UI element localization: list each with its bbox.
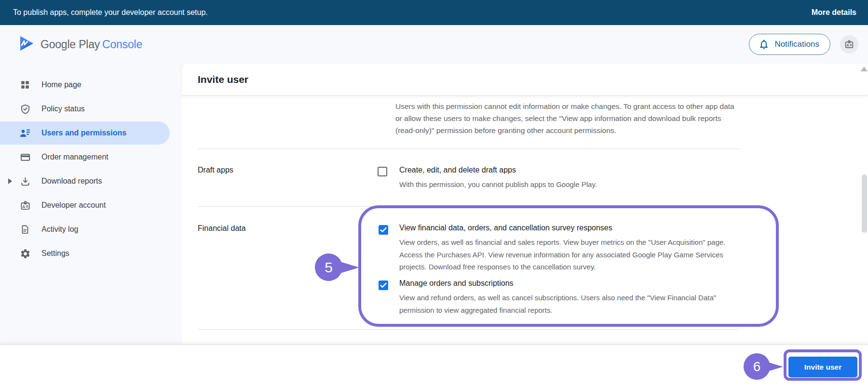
sidebar-item-activity-log[interactable]: Activity log: [0, 218, 178, 241]
bell-icon: [758, 39, 770, 50]
sidebar-item-download-reports[interactable]: Download reports: [0, 170, 178, 193]
checkbox-draft-apps[interactable]: [378, 167, 387, 176]
checkbox-view-financial-data[interactable]: [379, 225, 388, 235]
sidebar-item-users-and-permissions[interactable]: Users and permissions: [0, 121, 170, 145]
check-icon: [380, 227, 387, 233]
invite-user-button[interactable]: Invite user: [788, 357, 857, 377]
notifications-button[interactable]: Notifications: [749, 34, 830, 55]
annotation-step-5-marker: 5: [315, 254, 360, 281]
id-badge-icon: [844, 39, 854, 50]
sidebar-item-label: Policy status: [41, 105, 85, 113]
notifications-label: Notifications: [774, 40, 819, 49]
sidebar-item-settings[interactable]: Settings: [0, 242, 178, 265]
footer-bar: [0, 345, 868, 387]
permission-intro-text: Users with this permission cannot edit i…: [395, 100, 740, 136]
sidebar-item-policy-status[interactable]: Policy status: [0, 97, 178, 120]
option-title[interactable]: View financial data, orders, and cancell…: [399, 224, 612, 232]
grid-icon: [19, 79, 31, 91]
users-icon: [19, 127, 31, 139]
download-icon: [19, 175, 31, 187]
panel-header: Invite user: [182, 64, 868, 95]
option-description: View and refund orders, as well as cance…: [399, 292, 735, 316]
developer-account-button[interactable]: [840, 35, 858, 53]
logo-suffix: Console: [102, 38, 142, 51]
section-divider: [198, 206, 739, 207]
gear-icon: [19, 248, 31, 259]
sidebar-nav: Home page Policy status U: [0, 73, 178, 266]
setup-banner: To publish apps, complete your developer…: [0, 0, 868, 25]
app-header: Google PlayConsole Notifications: [0, 25, 868, 64]
scroll-up-arrow[interactable]: [861, 67, 868, 71]
marker-pointer: [327, 258, 359, 277]
sidebar-item-label: Users and permissions: [41, 129, 126, 137]
section-label-financial-data: Financial data: [198, 224, 246, 233]
option-description: View orders, as well as financial and sa…: [399, 236, 735, 273]
header-actions: Notifications: [749, 34, 858, 55]
sidebar-item-label: Order management: [41, 153, 108, 161]
option-title[interactable]: Create, edit, and delete draft apps: [399, 166, 516, 174]
section-divider: [198, 329, 739, 330]
check-icon: [380, 282, 387, 288]
option-title[interactable]: Manage orders and subscriptions: [399, 279, 514, 288]
marker-number: 5: [315, 254, 342, 281]
sidebar-item-label: Home page: [41, 80, 81, 89]
sidebar-item-developer-account[interactable]: Developer account: [0, 194, 178, 217]
play-console-app: To publish apps, complete your developer…: [0, 0, 868, 387]
sidebar-item-order-management[interactable]: Order management: [0, 146, 178, 169]
sidebar-item-label: Download reports: [41, 177, 102, 186]
logo-wordmark: Google PlayConsole: [41, 38, 142, 51]
sidebar-item-label: Settings: [41, 249, 69, 258]
sidebar-item-label: Activity log: [41, 225, 78, 234]
expand-caret-icon[interactable]: [8, 178, 12, 184]
page-title: Invite user: [198, 74, 248, 85]
id-badge-icon: [19, 200, 31, 211]
sidebar-item-label: Developer account: [41, 201, 106, 210]
shield-check-icon: [19, 103, 31, 115]
more-details-link[interactable]: More details: [812, 8, 856, 17]
credit-card-icon: [19, 151, 31, 163]
checkbox-manage-orders[interactable]: [379, 280, 388, 290]
section-divider: [198, 148, 739, 149]
invite-user-panel: Invite user Users with this permission c…: [182, 64, 868, 345]
section-label-draft-apps: Draft apps: [198, 166, 233, 174]
option-description: With this permission, you cannot publish…: [399, 178, 737, 191]
play-triangle-icon: [18, 35, 35, 53]
logo-brand: Google Play: [41, 38, 100, 51]
document-icon: [19, 224, 31, 235]
vertical-scrollbar[interactable]: [862, 174, 867, 233]
setup-banner-message: To publish apps, complete your developer…: [13, 8, 208, 17]
sidebar-item-home-page[interactable]: Home page: [0, 73, 178, 96]
google-play-console-logo[interactable]: Google PlayConsole: [18, 35, 142, 53]
